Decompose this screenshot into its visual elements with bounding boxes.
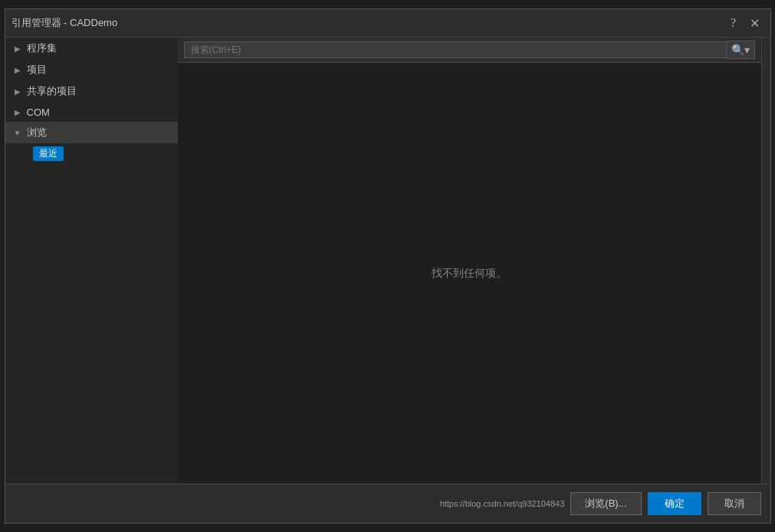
help-button[interactable]: ? [724, 14, 743, 32]
sidebar-label-projects: 项目 [27, 63, 47, 77]
empty-message: 找不到任何项。 [432, 267, 507, 281]
arrow-browse: ▼ [11, 126, 24, 139]
dialog-body: ▶ 程序集 ▶ 项目 ▶ 共享的项目 ▶ COM ▼ 浏览 最近 [5, 38, 770, 484]
sidebar-item-projects[interactable]: ▶ 项目 [5, 59, 178, 80]
sidebar-label-browse: 浏览 [27, 126, 47, 140]
sidebar-item-com[interactable]: ▶ COM [5, 102, 178, 122]
recent-badge: 最近 [33, 146, 64, 161]
browse-button[interactable]: 浏览(B)... [570, 492, 641, 515]
arrow-com: ▶ [11, 106, 24, 118]
scrollbar[interactable] [761, 38, 770, 484]
footer-link: https://blog.csdn.net/q932104843 [15, 499, 565, 508]
search-icon-button[interactable]: 🔍▾ [727, 41, 755, 59]
search-icon: 🔍▾ [731, 44, 750, 56]
sidebar-item-browse[interactable]: ▼ 浏览 [5, 122, 178, 143]
right-panel: 🔍▾ 找不到任何项。 [178, 38, 761, 484]
title-buttons: ? ✕ [724, 14, 764, 32]
footer: https://blog.csdn.net/q932104843 浏览(B)..… [5, 484, 770, 523]
close-button[interactable]: ✕ [746, 14, 764, 32]
arrow-assemblies: ▶ [11, 42, 24, 54]
arrow-projects: ▶ [11, 64, 24, 76]
arrow-shared: ▶ [11, 85, 24, 97]
window-title: 引用管理器 - CADDemo [11, 16, 118, 30]
sidebar-label-com: COM [27, 107, 50, 118]
cancel-button[interactable]: 取消 [708, 492, 761, 515]
sidebar-child-recent[interactable]: 最近 [5, 143, 178, 164]
content-area: 找不到任何项。 [178, 63, 761, 484]
sidebar-item-assemblies[interactable]: ▶ 程序集 [5, 38, 178, 59]
sidebar-label-assemblies: 程序集 [27, 41, 57, 55]
left-panel: ▶ 程序集 ▶ 项目 ▶ 共享的项目 ▶ COM ▼ 浏览 最近 [5, 38, 178, 484]
search-bar: 🔍▾ [178, 38, 761, 63]
ok-button[interactable]: 确定 [648, 492, 701, 515]
sidebar-item-shared[interactable]: ▶ 共享的项目 [5, 80, 178, 102]
title-bar: 引用管理器 - CADDemo ? ✕ [5, 9, 770, 38]
sidebar-label-shared: 共享的项目 [27, 84, 77, 98]
dialog-window: 引用管理器 - CADDemo ? ✕ ▶ 程序集 ▶ 项目 ▶ 共享的项目 ▶ [5, 8, 771, 524]
search-input[interactable] [184, 41, 727, 58]
